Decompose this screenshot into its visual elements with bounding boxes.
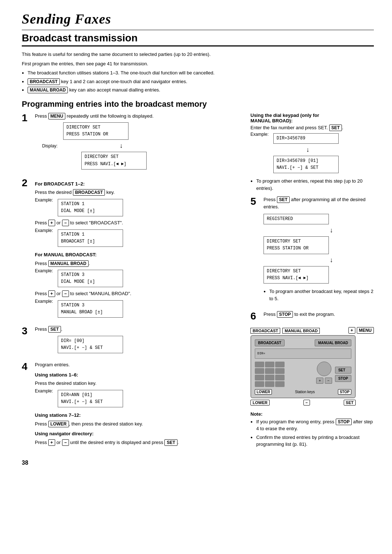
example-label-4a: Example: [35, 388, 55, 394]
step-4-nav-text: Press + or − until the desired entry is … [35, 439, 240, 446]
note-section: Note: If you program the wrong entry, pr… [250, 411, 374, 448]
step-2-plus-minus: Press + or − to select "BROADCAST". [35, 219, 240, 227]
set-key-5: SET [277, 196, 290, 203]
set-key-4: SET [164, 439, 177, 446]
bullet-1: The broadcast function utilises stations… [22, 69, 374, 77]
minus-key-2b: − [62, 290, 69, 297]
display-1a: DIRECTORY SET PRESS STATION OR [63, 122, 128, 140]
step-3-text: Press SET. [35, 326, 240, 333]
step-5-block: 5 Press SET after programming all of the… [250, 196, 374, 306]
display-2d: STATION 3 MANUAL BROAD [±] [58, 300, 123, 318]
step-3-num: 3 [22, 326, 32, 356]
dial-text: Enter the fax number and press SET. SET. [250, 125, 374, 130]
broadcast-key: BROADCAST [28, 78, 60, 85]
note-bullet-1: If you program the wrong entry, press ST… [250, 418, 374, 432]
using-stations-7-12-label: Using stations 7–12: [35, 412, 240, 419]
manual-broad-key-2: MANUAL BROAD [48, 260, 89, 267]
menu-label-device: MENU [357, 327, 374, 334]
step-4-stations7-text: Press LOWER, then press the desired stat… [35, 420, 240, 428]
step-4-program: Program entries. [35, 361, 240, 368]
minus-key-4: − [62, 439, 69, 446]
step-1-content: Press MENU repeatedly until the followin… [35, 113, 240, 172]
note-bullet-2: Confirm the stored entries by printing a… [250, 434, 374, 448]
bullet-2: BROADCAST key 1 and 2 can accept one-tou… [22, 78, 374, 85]
set-bottom-label: SET [344, 400, 356, 406]
device-diagram-section: BROADCAST MANUAL BROAD + MENU BROADCAST … [250, 327, 374, 406]
step-3-content: Press SET. DIR= [00] NAVI.[+ −] & SET [35, 326, 240, 356]
step-4-block: 4 Program entries. Using stations 1–6: P… [22, 361, 240, 447]
for-broadcast-label: For BROADCAST 1–2: [35, 180, 240, 188]
step-6-text: Press STOP to exit the program. [264, 311, 374, 318]
step-6-content: Press STOP to exit the program. [264, 311, 374, 322]
step-4-stations-text: Press the desired station key. [35, 380, 240, 387]
example-label-right-1: Example: [250, 132, 270, 137]
display-4a: DIR=ANN [01] NAVI.[+ −] & SET [58, 390, 123, 407]
broadcast-key-2: BROADCAST [73, 189, 105, 196]
plus-key-2b: + [48, 290, 55, 297]
menu-key-step1: MENU [48, 113, 65, 119]
step-2-content: For BROADCAST 1–2: Press the desired BRO… [35, 178, 240, 321]
display-2c: STATION 3 DIAL MODE [±] [58, 270, 123, 287]
broadcast-label-device: BROADCAST [250, 328, 280, 334]
step-2-plus-minus2: Press + or − to select "MANUAL BROAD". [35, 290, 240, 297]
manual-broad-key-inline: MANUAL BROAD [28, 87, 68, 93]
step-5-num: 5 [250, 196, 261, 306]
station-keys-grid [255, 362, 285, 387]
example-label-2b: Example: [35, 228, 55, 233]
minus-bottom-label: − [303, 400, 310, 406]
page-number: 38 [22, 460, 374, 466]
intro-line1: This feature is useful for sending the s… [22, 51, 374, 58]
device-screen: DIR= [255, 349, 351, 359]
minus-btn-device[interactable]: − [325, 378, 332, 384]
note-title: Note: [250, 411, 374, 417]
plus-label-device: + [348, 327, 355, 334]
plus-key-4: + [48, 439, 55, 446]
intro-bullets: The broadcast function utilises stations… [22, 69, 374, 94]
step-5-content: Press SET after programming all of the d… [264, 196, 374, 306]
minus-key-2a: − [62, 220, 69, 226]
stop-key-6: STOP [277, 311, 293, 318]
display-5a: REGISTERED [264, 214, 329, 224]
using-nav-label: Using navigator directory: [35, 430, 240, 437]
bullet-3: MANUAL BROAD key can also accept manual … [22, 86, 374, 94]
stop-btn-device[interactable]: STOP [335, 375, 351, 382]
display-1b: DIRECTORY SET PRESS NAVI.[◄ ►] [81, 152, 147, 169]
step-1-text: Press MENU repeatedly until the followin… [35, 113, 240, 120]
example-label-2d: Example: [35, 299, 55, 304]
display-label-1: Display: [42, 143, 60, 148]
intro-line2: First program the entries, then see page… [22, 60, 374, 68]
page-title: Sending Faxes [22, 11, 374, 27]
step-3-block: 3 Press SET. DIR= [00] NAVI.[+ −] & SET [22, 326, 240, 356]
step-5-text: Press SET after programming all of the d… [264, 196, 374, 210]
set-key-3: SET [48, 326, 61, 333]
step-4-content: Program entries. Using stations 1–6: Pre… [35, 361, 240, 447]
example-label-2a: Example: [35, 197, 55, 203]
dial-keypad-section: Using the dial keypad (only for MANUAL B… [250, 113, 374, 192]
step-6-num: 6 [250, 311, 261, 322]
for-manual-label: For MANUAL BROADCAST: [35, 251, 240, 258]
set-btn-device[interactable]: SET [335, 367, 351, 374]
using-stations-1-6-label: Using stations 1–6: [35, 371, 240, 379]
nav-circle-device[interactable] [317, 362, 331, 376]
display-right-2: DIR=3456789 [01] NAVI.[+ −] & SET [273, 156, 339, 173]
plus-btn-device[interactable]: + [316, 378, 323, 384]
arrow-right-1: ↓ [277, 146, 339, 154]
manual-broad-btn-device[interactable]: MANUAL BROAD [315, 339, 351, 346]
display-5c: DIRECTORY SET PRESS NAVI.[◄ ►] [264, 266, 329, 284]
step-1-block: 1 Press MENU repeatedly until the follow… [22, 113, 240, 172]
lower-bottom-label: LOWER [250, 400, 270, 406]
stop-key-note: STOP [336, 419, 352, 425]
stop-label-device: STOP [338, 389, 351, 395]
step-6-block: 6 Press STOP to exit the program. [250, 311, 374, 322]
step-5-bullet: To program another broadcast key, repeat… [264, 288, 374, 302]
display-2a: STATION 1 DIAL MODE [±] [58, 199, 123, 216]
section-title: Broadcast transmission [22, 32, 374, 46]
set-key-right: SET [329, 125, 342, 131]
manual-broad-label-device: MANUAL BROAD [282, 328, 320, 334]
display-5b: DIRECTORY SET PRESS STATION OR [264, 236, 329, 254]
arrow-5a: ↓ [289, 227, 374, 234]
broadcast-btn-device[interactable]: BROADCAST [255, 339, 285, 346]
right-bullet-1: To program other entries, repeat this st… [250, 178, 374, 192]
step-4-num: 4 [22, 361, 32, 447]
example-label-2c: Example: [35, 268, 55, 273]
